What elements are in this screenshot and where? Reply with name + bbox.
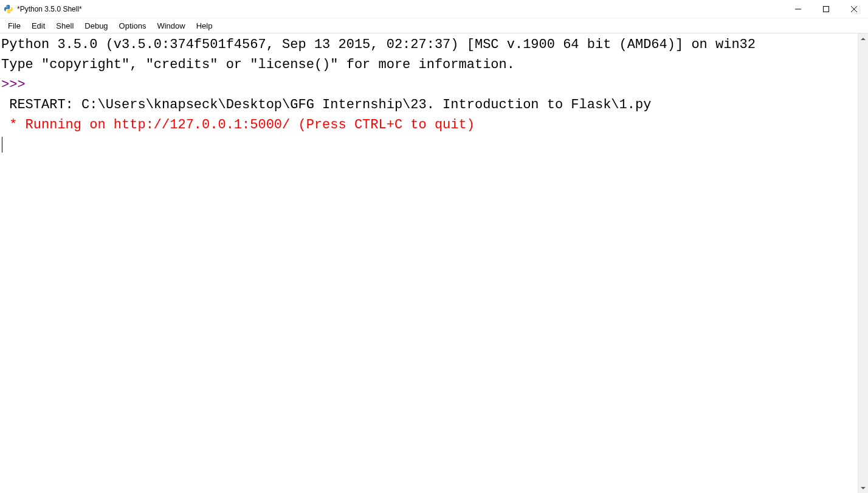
title-bar: *Python 3.5.0 Shell* (0, 0, 868, 18)
content-wrapper: Python 3.5.0 (v3.5.0:374f501f4567, Sep 1… (0, 33, 868, 493)
minimize-icon (795, 6, 801, 12)
menu-shell[interactable]: Shell (50, 19, 79, 32)
menu-bar: File Edit Shell Debug Options Window Hel… (0, 18, 868, 33)
python-icon (4, 4, 13, 14)
menu-edit[interactable]: Edit (26, 19, 50, 32)
title-left: *Python 3.5.0 Shell* (4, 4, 82, 14)
menu-file[interactable]: File (2, 19, 26, 32)
scroll-up-arrow[interactable] (858, 33, 869, 44)
menu-window[interactable]: Window (151, 19, 190, 32)
svg-rect-1 (824, 7, 829, 12)
menu-options[interactable]: Options (114, 19, 152, 32)
shell-running-line: * Running on http://127.0.0.1:5000/ (Pre… (1, 117, 475, 133)
window-title: *Python 3.5.0 Shell* (17, 5, 82, 13)
scroll-down-arrow[interactable] (858, 483, 869, 493)
window-controls (784, 0, 868, 18)
chevron-up-icon (861, 38, 866, 40)
minimize-button[interactable] (784, 0, 812, 18)
menu-debug[interactable]: Debug (79, 19, 113, 32)
shell-text-area[interactable]: Python 3.5.0 (v3.5.0:374f501f4567, Sep 1… (0, 33, 858, 493)
svg-marker-4 (861, 38, 866, 40)
menu-help[interactable]: Help (191, 19, 218, 32)
close-button[interactable] (840, 0, 868, 18)
shell-restart-line: RESTART: C:\Users\knapseck\Desktop\GFG I… (1, 97, 660, 112)
shell-banner-line2: Type "copyright", "credits" or "license(… (1, 57, 515, 72)
chevron-down-icon (861, 487, 866, 489)
shell-prompt: >>> (1, 77, 33, 92)
vertical-scrollbar[interactable] (858, 33, 868, 493)
maximize-button[interactable] (812, 0, 840, 18)
close-icon (851, 6, 857, 12)
text-cursor (2, 137, 2, 153)
shell-banner-line1: Python 3.5.0 (v3.5.0:374f501f4567, Sep 1… (1, 37, 756, 52)
maximize-icon (823, 6, 829, 12)
svg-marker-5 (861, 487, 866, 489)
